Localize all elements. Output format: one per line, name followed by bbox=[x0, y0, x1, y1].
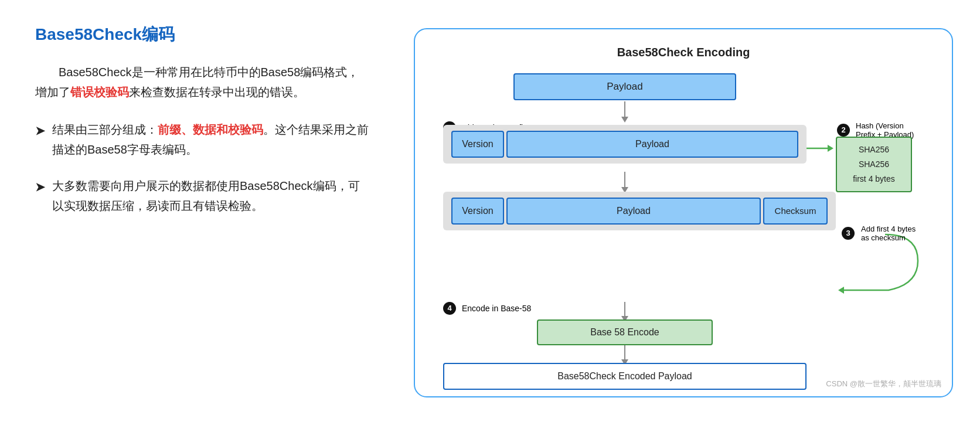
bullet-arrow-2: ➤ bbox=[35, 177, 45, 197]
svg-marker-5 bbox=[828, 145, 833, 152]
bullet-text-1: 结果由三部分组成：前缀、数据和校验码。这个结果采用之前描述的Base58字母表编… bbox=[52, 120, 369, 159]
step3-circle: 3 bbox=[842, 227, 855, 240]
step4-label-row: 4 Encode in Base-58 bbox=[443, 302, 531, 315]
step3-label-text: Add first 4 bytes as checksum bbox=[861, 225, 924, 242]
left-panel: Base58Check编码 Base58Check是一种常用在比特币中的Base… bbox=[0, 0, 399, 425]
first4bytes-label: first 4 bytes bbox=[845, 172, 903, 186]
hash-box: SHA256 SHA256 first 4 bytes bbox=[836, 137, 912, 193]
svg-marker-1 bbox=[621, 117, 628, 123]
bullet-text-2: 大多数需要向用户展示的数据都使用Base58Check编码，可以实现数据压缩，易… bbox=[52, 176, 369, 216]
diagram-container: Base58Check Encoding bbox=[414, 28, 953, 397]
bullet-item-1: ➤ 结果由三部分组成：前缀、数据和校验码。这个结果采用之前描述的Base58字母… bbox=[35, 120, 369, 159]
base58encode-row: Base 58 Encode bbox=[537, 319, 713, 345]
diagram-body: Payload 1 Add Version Prefix Version Pay… bbox=[443, 73, 924, 378]
diagram-title: Base58Check Encoding bbox=[617, 46, 750, 59]
payload-mid-box: Payload bbox=[506, 131, 798, 158]
sha256-1-label: SHA256 bbox=[845, 142, 903, 157]
base58encode-box: Base 58 Encode bbox=[537, 319, 713, 345]
encoded-payload-box: Base58Check Encoded Payload bbox=[443, 363, 807, 390]
payload-top-row: Payload bbox=[508, 73, 742, 100]
hash-box-container: SHA256 SHA256 first 4 bytes bbox=[836, 137, 912, 193]
version-payload-checksum-row: Version Payload Checksum bbox=[451, 198, 828, 225]
step4-circle: 4 bbox=[443, 302, 456, 315]
step1-bg: Version Payload bbox=[443, 125, 807, 164]
payload-top-box: Payload bbox=[513, 73, 736, 100]
step3-label-row: 3 Add first 4 bytes as checksum bbox=[842, 225, 924, 242]
bullet-item-2: ➤ 大多数需要向用户展示的数据都使用Base58Check编码，可以实现数据压缩… bbox=[35, 176, 369, 216]
step4-label-text: Encode in Base-58 bbox=[462, 304, 531, 313]
sha256-2-label: SHA256 bbox=[845, 157, 903, 172]
checksum-box: Checksum bbox=[763, 198, 828, 225]
version-box: Version bbox=[451, 131, 504, 158]
step3-bg: Version Payload Checksum bbox=[443, 192, 836, 230]
description-text: Base58Check是一种常用在比特币中的Base58编码格式，增加了错误校验… bbox=[35, 62, 369, 102]
step2-circle: 2 bbox=[837, 124, 850, 137]
version-payload-row: Version Payload bbox=[451, 131, 798, 158]
watermark: CSDN @散一世繁华，颠半世琉璃 bbox=[826, 379, 941, 389]
bullet-arrow-1: ➤ bbox=[35, 121, 45, 141]
right-panel: Base58Check Encoding bbox=[399, 0, 980, 425]
svg-marker-6 bbox=[838, 287, 844, 294]
payload-mid-box-2: Payload bbox=[506, 198, 761, 225]
encoded-payload-row: Base58Check Encoded Payload bbox=[443, 363, 807, 390]
page-title: Base58Check编码 bbox=[35, 23, 369, 46]
version-box-2: Version bbox=[451, 198, 504, 225]
